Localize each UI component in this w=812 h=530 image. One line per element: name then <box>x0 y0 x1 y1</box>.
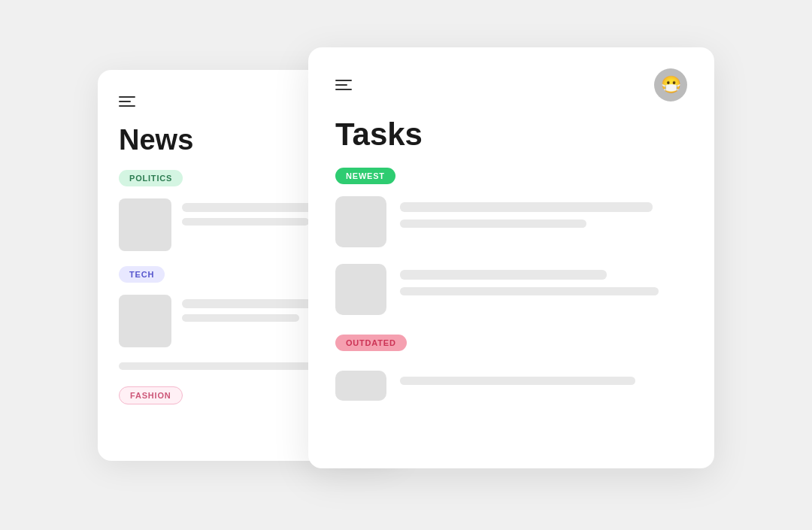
tech-badge[interactable]: TECH <box>119 266 165 283</box>
task-line-1b <box>400 220 586 228</box>
user-avatar[interactable]: 😷 <box>654 68 687 101</box>
tasks-title: Tasks <box>335 117 687 153</box>
task-item-1 <box>335 196 687 247</box>
news-line-4 <box>182 314 299 322</box>
task-line-1a <box>400 202 653 212</box>
tasks-card-header: 😷 <box>335 68 687 101</box>
task-thumb-3 <box>335 371 386 401</box>
avatar-emoji: 😷 <box>661 75 681 95</box>
outdated-badge[interactable]: OUTDATED <box>335 335 407 351</box>
news-hamburger-menu[interactable] <box>119 96 135 107</box>
newest-badge[interactable]: NEWEST <box>335 168 395 184</box>
news-thumb-politics <box>119 198 171 251</box>
news-bottom-skel <box>119 362 326 370</box>
scene: News POLITICS TECH FASHION <box>98 47 714 483</box>
task-line-2b <box>400 287 659 295</box>
task-lines-3 <box>400 371 687 385</box>
task-item-3 <box>335 371 687 401</box>
task-line-3a <box>400 377 635 385</box>
task-thumb-2 <box>335 264 386 315</box>
news-thumb-tech <box>119 295 171 347</box>
task-thumb-1 <box>335 196 386 247</box>
tasks-hamburger-menu[interactable] <box>335 80 352 90</box>
politics-badge[interactable]: POLITICS <box>119 170 183 186</box>
task-lines-1 <box>400 196 687 228</box>
tasks-card: 😷 Tasks NEWEST OUTDATED <box>308 47 714 468</box>
task-line-2a <box>400 270 607 280</box>
news-line-2 <box>182 218 309 226</box>
task-lines-2 <box>400 264 687 295</box>
fashion-badge[interactable]: FASHION <box>119 386 183 404</box>
task-item-2 <box>335 264 687 315</box>
